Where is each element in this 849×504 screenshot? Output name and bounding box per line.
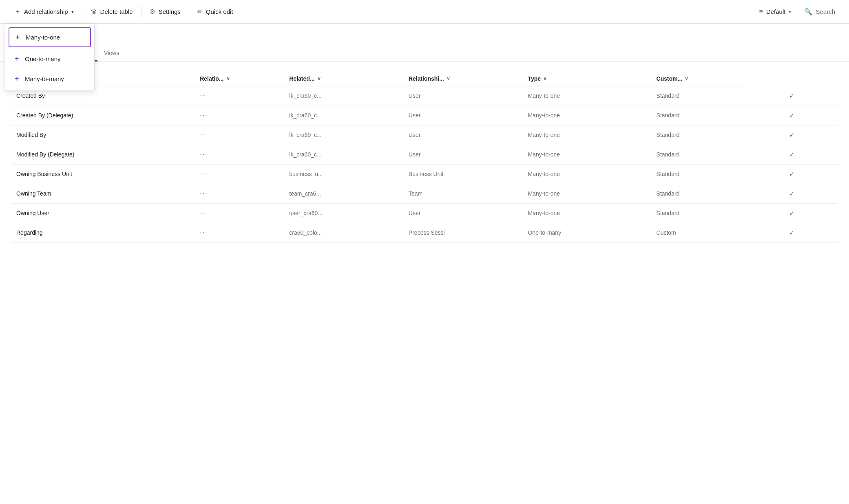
breadcrumb: ...es › Color xyxy=(0,24,849,42)
cell-relation-0: lk_cra60_c... xyxy=(284,86,404,106)
cell-related-7: Process Sessi xyxy=(404,223,523,242)
dropdown-item-one-to-many[interactable]: ＋ One-to-many xyxy=(5,49,94,69)
cell-ellipsis-2[interactable]: ··· xyxy=(195,125,284,145)
cell-reltype-3: Many-to-one xyxy=(523,145,651,164)
cell-relation-1: lk_cra60_c... xyxy=(284,106,404,125)
delete-table-button[interactable]: 🗑 Delete table xyxy=(84,5,139,19)
table-row: Regarding ··· cra60_colo... Process Sess… xyxy=(11,223,838,242)
cell-ellipsis-1[interactable]: ··· xyxy=(195,106,284,125)
cell-ellipsis-5[interactable]: ··· xyxy=(195,184,284,203)
cell-custom-4: ✓ xyxy=(746,164,838,184)
cell-display-name-7: Regarding xyxy=(11,223,195,242)
settings-label: Settings xyxy=(159,8,181,15)
cell-custom-6: ✓ xyxy=(746,203,838,223)
search-icon: 🔍 xyxy=(804,8,812,15)
dropdown-item-label-one-to-many: One-to-many xyxy=(25,55,61,62)
cell-relation-2: lk_cra60_c... xyxy=(284,125,404,145)
cell-ellipsis-4[interactable]: ··· xyxy=(195,164,284,184)
chevron-down-icon-2: ▾ xyxy=(789,9,791,15)
pencil-icon: ✏ xyxy=(197,8,203,15)
cell-custom-3: ✓ xyxy=(746,145,838,164)
col-header-relation[interactable]: Relatio... ∨ xyxy=(195,71,284,86)
relationships-table: Display name ↑ ∨ Relatio... ∨ Related...… xyxy=(11,71,838,243)
cell-related-1: User xyxy=(404,106,523,125)
dropdown-item-many-to-one[interactable]: ＋ Many-to-one xyxy=(9,27,91,47)
default-view-button[interactable]: ≡ Default ▾ xyxy=(754,5,797,19)
table-row: Modified By ··· lk_cra60_c... User Many-… xyxy=(11,125,838,145)
dropdown-item-label-many-to-many: Many-to-many xyxy=(25,75,64,82)
gear-icon: ⚙ xyxy=(150,8,155,15)
cell-relation-6: user_cra60... xyxy=(284,203,404,223)
cell-reltype-2: Many-to-one xyxy=(523,125,651,145)
sort-chevron-relationship: ∨ xyxy=(447,76,450,81)
cell-type-2: Standard xyxy=(652,125,746,145)
table-area: Display name ↑ ∨ Relatio... ∨ Related...… xyxy=(0,62,849,253)
sort-chevron-custom: ∨ xyxy=(685,76,688,81)
cell-related-4: Business Unit xyxy=(404,164,523,184)
table-row: Modified By (Delegate) ··· lk_cra60_c...… xyxy=(11,145,838,164)
add-relationship-label: Add relationship xyxy=(24,8,68,15)
sort-chevron-related: ∨ xyxy=(317,76,321,81)
search-area[interactable]: 🔍 Search xyxy=(798,4,841,19)
cell-custom-0: ✓ xyxy=(746,86,838,106)
table-row: Created By ··· lk_cra60_c... User Many-t… xyxy=(11,86,838,106)
plus-icon-many-to-many: ＋ xyxy=(13,75,20,83)
cell-ellipsis-3[interactable]: ··· xyxy=(195,145,284,164)
cell-ellipsis-6[interactable]: ··· xyxy=(195,203,284,223)
cell-display-name-2: Modified By xyxy=(11,125,195,145)
chevron-down-icon: ▾ xyxy=(71,9,74,15)
search-label: Search xyxy=(816,8,835,15)
delete-table-label: Delete table xyxy=(100,8,133,15)
cell-related-2: User xyxy=(404,125,523,145)
table-row: Owning Business Unit ··· business_u... B… xyxy=(11,164,838,184)
sort-chevron-relation: ∨ xyxy=(226,76,230,81)
table-row: Created By (Delegate) ··· lk_cra60_c... … xyxy=(11,106,838,125)
sort-chevron-type: ∨ xyxy=(543,76,547,81)
list-icon: ≡ xyxy=(759,8,763,15)
cell-display-name-1: Created By (Delegate) xyxy=(11,106,195,125)
col-header-custom[interactable]: Custom... ∨ xyxy=(652,71,746,86)
cell-reltype-0: Many-to-one xyxy=(523,86,651,106)
tab-views[interactable]: Views xyxy=(97,46,126,62)
col-header-type[interactable]: Type ∨ xyxy=(523,71,651,86)
cell-reltype-7: One-to-many xyxy=(523,223,651,242)
add-relationship-dropdown: ＋ Many-to-one ＋ One-to-many ＋ Many-to-ma… xyxy=(5,24,95,91)
default-label: Default xyxy=(766,8,786,15)
cell-display-name-4: Owning Business Unit xyxy=(11,164,195,184)
cell-display-name-3: Modified By (Delegate) xyxy=(11,145,195,164)
cell-ellipsis-7[interactable]: ··· xyxy=(195,223,284,242)
quick-edit-label: Quick edit xyxy=(206,8,233,15)
cell-reltype-5: Many-to-one xyxy=(523,184,651,203)
plus-icon-many-to-one: ＋ xyxy=(14,33,21,42)
cell-reltype-6: Many-to-one xyxy=(523,203,651,223)
settings-button[interactable]: ⚙ Settings xyxy=(143,4,187,19)
dropdown-item-label-many-to-one: Many-to-one xyxy=(26,34,60,41)
dropdown-item-many-to-many[interactable]: ＋ Many-to-many xyxy=(5,69,94,89)
cell-relation-7: cra60_colo... xyxy=(284,223,404,242)
col-header-relationship[interactable]: Relationshi... ∨ xyxy=(404,71,523,86)
cell-type-5: Standard xyxy=(652,184,746,203)
toolbar-separator-2 xyxy=(141,6,142,18)
toolbar: ＋ Add relationship ▾ 🗑 Delete table ⚙ Se… xyxy=(0,0,849,24)
trash-icon: 🗑 xyxy=(91,8,97,15)
cell-related-0: User xyxy=(404,86,523,106)
cell-type-1: Standard xyxy=(652,106,746,125)
add-relationship-button[interactable]: ＋ Add relationship ▾ xyxy=(8,4,80,19)
tabs-area: Columns Relationships Views xyxy=(0,46,849,62)
cell-ellipsis-0[interactable]: ··· xyxy=(195,86,284,106)
quick-edit-button[interactable]: ✏ Quick edit xyxy=(191,4,240,19)
cell-type-0: Standard xyxy=(652,86,746,106)
cell-type-6: Standard xyxy=(652,203,746,223)
plus-icon: ＋ xyxy=(15,8,21,15)
cell-reltype-4: Many-to-one xyxy=(523,164,651,184)
table-row: Owning Team ··· team_cra6... Team Many-t… xyxy=(11,184,838,203)
plus-icon-one-to-many: ＋ xyxy=(13,55,20,63)
cell-relation-3: lk_cra60_c... xyxy=(284,145,404,164)
cell-relation-5: team_cra6... xyxy=(284,184,404,203)
cell-display-name-5: Owning Team xyxy=(11,184,195,203)
toolbar-separator-3 xyxy=(189,6,189,18)
cell-custom-7: ✓ xyxy=(746,223,838,242)
cell-related-3: User xyxy=(404,145,523,164)
cell-type-7: Custom xyxy=(652,223,746,242)
col-header-related[interactable]: Related... ∨ xyxy=(284,71,404,86)
